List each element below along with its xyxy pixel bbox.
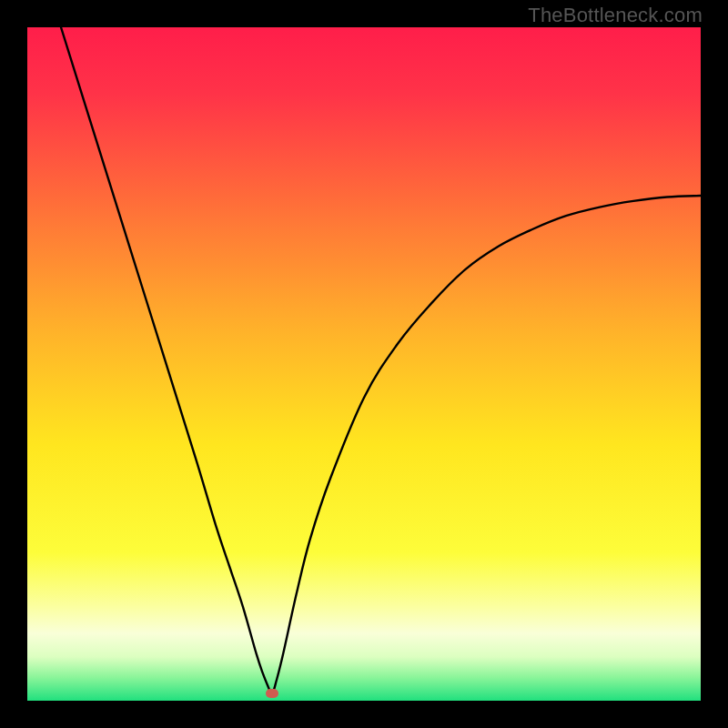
bottleneck-curve [61,27,701,696]
optimum-marker [266,689,278,698]
curve-layer [27,27,701,701]
watermark-text: TheBottleneck.com [528,4,703,27]
plot-area [27,27,701,701]
chart-frame: TheBottleneck.com [0,0,728,728]
